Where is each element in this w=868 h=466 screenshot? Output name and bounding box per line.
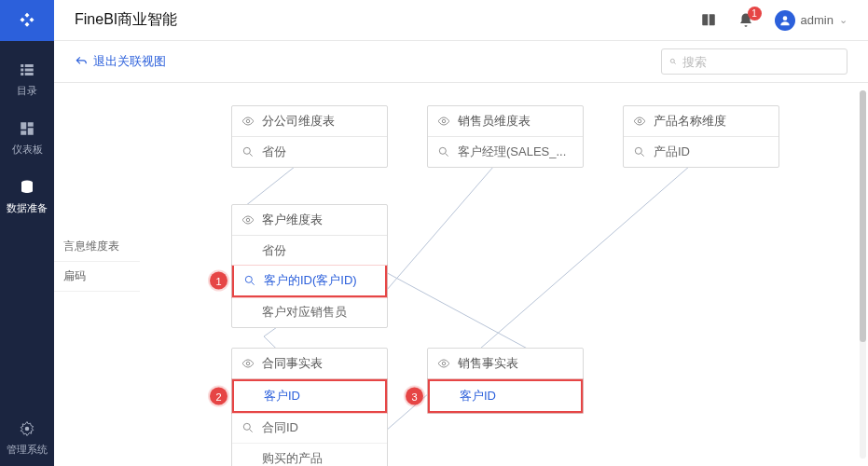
scrollbar[interactable] [860, 90, 866, 459]
svg-line-14 [674, 62, 676, 64]
svg-point-32 [245, 276, 252, 282]
svg-point-29 [635, 147, 641, 154]
node-header[interactable]: 销售事实表 [428, 349, 583, 379]
eye-icon [241, 115, 255, 128]
svg-rect-10 [21, 130, 26, 135]
search-icon [243, 274, 256, 287]
svg-point-37 [442, 362, 446, 365]
eye-icon [437, 115, 450, 128]
search-icon [241, 421, 255, 434]
svg-point-26 [439, 147, 446, 154]
node-header[interactable]: 产品名称维度 [624, 106, 778, 137]
svg-point-31 [246, 218, 250, 222]
callout-badge: 1 [210, 272, 227, 290]
user-menu[interactable]: admin ⌄ [775, 10, 847, 31]
svg-rect-7 [21, 122, 26, 130]
node-header[interactable]: 分公司维度表 [232, 106, 387, 137]
bell-icon[interactable]: 1 [737, 12, 754, 29]
left-panel: 言息维度表 扁码 [54, 232, 140, 292]
sidebar-label: 仪表板 [12, 143, 43, 157]
header-right: 1 admin ⌄ [700, 10, 868, 31]
main: 退出关联视图 言息维度表 扁码 [54, 41, 868, 466]
sidebar: 目录 仪表板 数据准备 管理系统 [0, 41, 54, 466]
node-field[interactable]: 客户经理(SALES_... [428, 137, 583, 167]
svg-point-22 [246, 119, 250, 123]
node-field[interactable]: 省份 [232, 236, 387, 266]
svg-line-27 [446, 154, 448, 157]
svg-rect-1 [21, 64, 23, 67]
chevron-down-icon: ⌄ [839, 14, 847, 26]
svg-rect-6 [25, 73, 34, 75]
sidebar-item-data-prep[interactable]: 数据准备 [0, 166, 54, 225]
sidebar-label: 目录 [17, 84, 37, 98]
search-icon [437, 145, 450, 158]
sidebar-label: 数据准备 [7, 201, 48, 215]
svg-rect-5 [25, 69, 34, 72]
svg-line-33 [252, 282, 255, 285]
sidebar-item-dashboard[interactable]: 仪表板 [0, 107, 54, 166]
toolbar: 退出关联视图 [54, 41, 868, 82]
svg-point-25 [442, 119, 446, 123]
node-field[interactable]: 合同ID [232, 413, 387, 443]
back-arrow-icon [75, 55, 88, 68]
node-header[interactable]: 销售员维度表 [428, 106, 583, 137]
svg-line-30 [641, 154, 644, 157]
svg-rect-9 [28, 128, 34, 135]
panel-row[interactable]: 言息维度表 [54, 232, 140, 262]
top-header: FineBI商业智能 1 admin ⌄ [0, 0, 868, 41]
node-header[interactable]: 客户维度表 [232, 205, 387, 236]
sidebar-item-catalog[interactable]: 目录 [0, 48, 54, 107]
logo-icon [18, 11, 36, 30]
node-field-highlight[interactable]: 3 客户ID [428, 379, 583, 413]
svg-point-0 [782, 16, 787, 21]
book-icon[interactable] [700, 12, 717, 29]
svg-point-28 [638, 119, 641, 123]
exit-label: 退出关联视图 [93, 53, 166, 70]
svg-point-12 [25, 427, 30, 432]
node-field[interactable]: 购买的产品 [232, 443, 387, 466]
eye-icon [241, 357, 255, 370]
search-box[interactable] [661, 48, 847, 75]
app-title: FineBI商业智能 [75, 10, 177, 30]
node-branch[interactable]: 分公司维度表 省份 [231, 105, 388, 168]
callout-badge: 2 [210, 388, 227, 405]
eye-icon [437, 357, 450, 370]
svg-rect-3 [21, 73, 23, 75]
node-salesfact[interactable]: 销售事实表 3 客户ID [427, 348, 584, 414]
node-field[interactable]: 省份 [232, 137, 387, 167]
svg-rect-2 [21, 69, 23, 72]
scrollbar-thumb[interactable] [860, 90, 866, 342]
node-field[interactable]: 客户对应销售员 [232, 297, 387, 327]
svg-rect-4 [25, 64, 34, 67]
search-icon [241, 145, 255, 158]
panel-row[interactable]: 扁码 [54, 262, 140, 292]
canvas[interactable]: 言息维度表 扁码 分公司维度表 省份 销售员维度表 客户经理(SALES_... [54, 83, 868, 466]
svg-line-36 [250, 430, 253, 432]
search-icon [669, 55, 677, 68]
node-field[interactable]: 产品ID [624, 137, 778, 167]
node-sales[interactable]: 销售员维度表 客户经理(SALES_... [427, 105, 584, 168]
user-name: admin [801, 13, 834, 27]
notification-badge: 1 [748, 7, 762, 21]
exit-link[interactable]: 退出关联视图 [75, 53, 166, 70]
node-product[interactable]: 产品名称维度 产品ID [623, 105, 779, 168]
callout-badge: 3 [406, 388, 423, 405]
eye-icon [633, 115, 646, 128]
node-field-highlight[interactable]: 2 客户ID [232, 379, 387, 413]
eye-icon [241, 213, 255, 226]
svg-point-34 [246, 362, 250, 365]
sidebar-label: 管理系统 [7, 443, 48, 457]
search-input[interactable] [682, 55, 839, 69]
node-customer[interactable]: 客户维度表 省份 1 客户的ID(客户ID) 客户对应销售员 [231, 204, 388, 328]
svg-line-24 [250, 154, 253, 157]
node-contract[interactable]: 合同事实表 2 客户ID 合同ID 购买的产品 [231, 348, 388, 466]
logo[interactable] [0, 0, 54, 41]
svg-rect-8 [28, 122, 34, 127]
svg-point-13 [670, 59, 674, 62]
sidebar-item-admin[interactable]: 管理系统 [0, 407, 54, 466]
node-field-highlight[interactable]: 1 客户的ID(客户ID) [232, 266, 387, 297]
node-header[interactable]: 合同事实表 [232, 349, 387, 379]
search-icon [633, 145, 646, 158]
svg-line-17 [380, 159, 500, 297]
svg-point-35 [243, 423, 250, 430]
